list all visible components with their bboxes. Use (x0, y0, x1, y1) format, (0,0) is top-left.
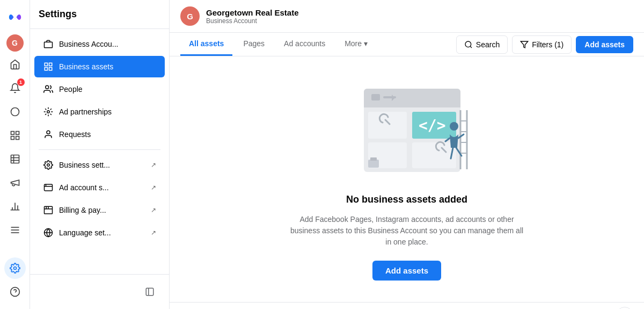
sidebar-divider-1 (39, 149, 160, 150)
search-label: Search (476, 40, 500, 49)
requests-icon (43, 129, 54, 140)
svg-rect-19 (45, 42, 53, 48)
account-name: Georgetown Real Estate (206, 8, 299, 17)
svg-point-25 (47, 111, 50, 113)
svg-rect-20 (45, 63, 47, 66)
megaphone-icon[interactable] (4, 172, 26, 193)
svg-rect-22 (45, 68, 47, 70)
account-info: Georgetown Real Estate Business Account (206, 8, 299, 25)
sidebar-item-requests[interactable]: Requests (34, 124, 165, 145)
svg-point-61 (450, 122, 458, 131)
message-icon[interactable] (4, 101, 26, 123)
notification-badge: 1 (17, 78, 25, 86)
svg-rect-21 (49, 63, 52, 66)
search-button[interactable]: Search (456, 35, 508, 54)
tab-pages[interactable]: Pages (235, 33, 273, 56)
chart-icon[interactable] (4, 196, 26, 217)
sidebar-item-label-billing: Billing & pay... (59, 206, 106, 214)
svg-point-24 (46, 85, 49, 89)
empty-state-description: Add Facebook Pages, Instagram accounts, … (289, 214, 525, 248)
language-footer-button[interactable] (616, 307, 633, 309)
tab-ad-accounts[interactable]: Ad accounts (275, 33, 334, 56)
sidebar-item-business-account[interactable]: Business Accou... (34, 33, 165, 55)
help-icon[interactable] (4, 281, 26, 303)
main-content: G Georgetown Real Estate Business Accoun… (170, 0, 644, 309)
external-link-icon-2: ↗ (151, 184, 156, 191)
sidebar-item-ad-partnerships[interactable]: Ad partnerships (34, 101, 165, 123)
rail-user-avatar[interactable]: G (6, 34, 24, 52)
chevron-down-icon: ▾ (364, 39, 368, 48)
collapse-sidebar-icon[interactable] (139, 281, 160, 303)
sidebar-item-label-business-settings: Business sett... (59, 161, 110, 169)
table-icon[interactable] (4, 148, 26, 170)
add-assets-button-center[interactable]: Add assets (372, 261, 441, 281)
svg-point-26 (47, 131, 50, 134)
asset-tabs: All assets Pages Ad accounts More ▾ Sear… (170, 33, 644, 56)
empty-state-title: No business assets added (346, 194, 467, 205)
sidebar-item-label-people: People (59, 85, 83, 94)
svg-rect-53 (368, 160, 379, 168)
sidebar: Settings Business Accou... Business asse… (30, 0, 170, 309)
meta-logo[interactable] (4, 6, 26, 28)
top-header: G Georgetown Real Estate Business Accoun… (170, 0, 644, 33)
svg-rect-54 (370, 157, 377, 161)
sidebar-nav: Business Accou... Business assets (30, 29, 169, 274)
svg-point-39 (465, 41, 471, 47)
main-footer (170, 302, 644, 309)
sidebar-item-business-assets[interactable]: Business assets (34, 56, 165, 77)
sidebar-item-language[interactable]: Language set... ↗ (34, 222, 165, 243)
svg-rect-5 (11, 155, 19, 163)
filter-icon (520, 40, 529, 49)
filters-label: Filters (1) (532, 40, 564, 49)
svg-rect-37 (146, 288, 153, 296)
sidebar-item-label-ad-accounts: Ad account s... (59, 183, 109, 192)
svg-line-40 (470, 46, 472, 48)
home-icon[interactable] (4, 54, 26, 75)
people-icon (43, 84, 54, 95)
svg-rect-4 (16, 136, 19, 140)
sidebar-item-billing[interactable]: Billing & pay... ↗ (34, 199, 165, 221)
svg-rect-1 (11, 132, 14, 135)
globe-icon (43, 227, 54, 238)
sidebar-footer (30, 274, 169, 309)
sidebar-title: Settings (39, 9, 77, 20)
settings-icon[interactable] (4, 257, 26, 279)
svg-text:</>: </> (419, 117, 446, 134)
tab-more[interactable]: More ▾ (336, 33, 376, 56)
tab-actions: Search Filters (1) Add assets (456, 35, 633, 54)
sidebar-item-ad-accounts[interactable]: Ad account s... ↗ (34, 177, 165, 198)
svg-marker-41 (521, 41, 528, 48)
empty-state: </> No business assets added Add (170, 56, 644, 302)
menu-icon[interactable] (4, 219, 26, 241)
add-assets-button-top[interactable]: Add assets (576, 36, 633, 53)
sidebar-item-label-language: Language set... (59, 228, 111, 237)
svg-point-16 (13, 267, 16, 270)
search-icon (464, 40, 473, 49)
icon-rail: G 1 (0, 0, 30, 309)
billing-icon (43, 205, 54, 215)
empty-illustration: </> (332, 78, 482, 185)
grid-icon[interactable] (4, 125, 26, 146)
svg-point-27 (47, 164, 50, 167)
svg-rect-51 (412, 142, 456, 168)
ad-accounts-icon (43, 182, 54, 193)
partnership-icon (43, 106, 54, 117)
account-sub: Business Account (206, 17, 299, 25)
svg-rect-44 (364, 100, 460, 107)
filters-button[interactable]: Filters (1) (512, 35, 572, 54)
svg-rect-45 (371, 94, 380, 100)
svg-rect-23 (49, 68, 52, 70)
svg-rect-3 (11, 136, 14, 140)
bell-icon[interactable]: 1 (4, 77, 26, 99)
tab-all-assets[interactable]: All assets (180, 33, 232, 56)
sidebar-item-label-ad-partnerships: Ad partnerships (59, 107, 112, 116)
svg-rect-2 (16, 132, 19, 135)
sidebar-item-people[interactable]: People (34, 78, 165, 100)
sidebar-item-business-settings[interactable]: Business sett... ↗ (34, 154, 165, 176)
account-avatar: G (180, 6, 200, 26)
external-link-icon-3: ↗ (151, 206, 156, 214)
external-link-icon-4: ↗ (151, 229, 156, 236)
external-link-icon: ↗ (151, 161, 156, 169)
gear-icon (43, 160, 54, 170)
sidebar-item-label-business-assets: Business assets (59, 62, 113, 71)
